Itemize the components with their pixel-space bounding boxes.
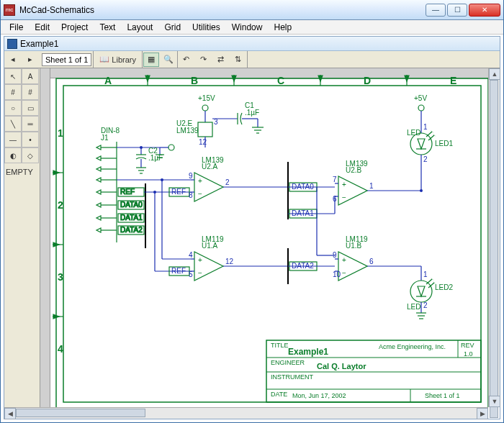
svg-marker-22 xyxy=(53,242,59,247)
document-window: Example1 ◂ ▸ Sheet 1 of 1 📖 Library ▦ 🔍 … xyxy=(4,36,500,419)
tool-flip-v[interactable]: ⇅ xyxy=(230,53,246,67)
svg-marker-20 xyxy=(53,170,59,175)
palette-junction[interactable]: • xyxy=(22,132,39,147)
svg-text:6: 6 xyxy=(333,195,337,203)
tool-rotate-ccw[interactable]: ↶ xyxy=(179,53,194,67)
scroll-left-button[interactable]: ◀ xyxy=(4,408,16,419)
menu-help[interactable]: Help xyxy=(268,21,297,34)
svg-text:LM139: LM139 xyxy=(202,156,224,164)
work-area: ↖A ## ○▭ ╲═ —• ◐◇ EMPTY A xyxy=(4,68,500,407)
component-led1: LED LED1 1 2 xyxy=(407,123,453,183)
menu-edit[interactable]: Edit xyxy=(29,21,55,34)
svg-point-90 xyxy=(168,145,174,150)
tool-rotate-cw[interactable]: ↷ xyxy=(196,53,212,67)
svg-marker-64 xyxy=(96,156,101,160)
svg-text:−: − xyxy=(342,269,346,277)
svg-marker-68 xyxy=(96,178,101,182)
svg-text:1: 1 xyxy=(423,123,428,131)
sheet-indicator[interactable]: Sheet 1 of 1 xyxy=(42,53,91,66)
svg-marker-12 xyxy=(318,76,323,81)
svg-marker-76 xyxy=(96,228,101,232)
svg-rect-28 xyxy=(198,122,212,137)
minimize-button[interactable]: — xyxy=(426,4,446,17)
scroll-up-button[interactable]: ▲ xyxy=(489,68,500,80)
tool-select[interactable]: ▦ xyxy=(143,53,159,67)
vertical-scrollbar[interactable]: ▲ ▼ xyxy=(488,68,500,407)
menu-project[interactable]: Project xyxy=(55,21,94,34)
svg-marker-70 xyxy=(96,190,101,194)
app-window: mc McCad-Schematics — ☐ ✕ File Edit Proj… xyxy=(0,0,504,423)
tool-zoom[interactable]: 🔍 xyxy=(161,53,176,67)
palette-grid2[interactable]: # xyxy=(22,84,39,100)
svg-text:LM139: LM139 xyxy=(346,160,368,168)
component-u1b: +− U1.B LM119 9 10 6 xyxy=(333,235,421,281)
menu-utilities[interactable]: Utilities xyxy=(186,21,226,34)
document-name: Example1 xyxy=(20,39,58,49)
component-j1: DIN-8 J1 xyxy=(96,127,120,242)
menu-file[interactable]: File xyxy=(4,21,29,34)
svg-text:INSTRUMENT: INSTRUMENT xyxy=(271,373,313,381)
component-u1a: +− U1.A LM119 4 5 12 xyxy=(189,235,288,281)
svg-text:1.0: 1.0 xyxy=(464,350,473,358)
palette-line[interactable]: ╲ xyxy=(4,116,22,132)
close-button[interactable]: ✕ xyxy=(469,4,500,17)
palette-text[interactable]: A xyxy=(22,68,39,84)
library-button[interactable]: 📖 Library xyxy=(94,53,141,67)
scroll-down-button[interactable]: ▼ xyxy=(489,396,500,407)
power-15v: +15V xyxy=(198,94,215,122)
palette-bus[interactable]: ═ xyxy=(22,116,39,132)
svg-text:2: 2 xyxy=(423,301,428,309)
palette-circle[interactable]: ○ xyxy=(4,100,22,116)
svg-text:9: 9 xyxy=(333,251,337,259)
palette-symbol[interactable]: ◐ xyxy=(4,147,22,163)
svg-marker-72 xyxy=(96,203,101,207)
hscroll-thumb[interactable] xyxy=(16,409,145,417)
tool-palette: ↖A ## ○▭ ╲═ —• ◐◇ EMPTY xyxy=(4,68,40,407)
horizontal-scrollbar[interactable]: ◀ ▶ xyxy=(4,407,488,419)
component-u2a: +− U2.A LM139 9 8 2 xyxy=(189,156,288,201)
palette-rect[interactable]: ▭ xyxy=(22,100,39,116)
tool-flip-h[interactable]: ⇄ xyxy=(213,53,229,67)
svg-text:+: + xyxy=(342,256,346,264)
menu-window[interactable]: Window xyxy=(226,21,269,34)
svg-text:+5V: +5V xyxy=(414,94,427,102)
svg-text:Acme Engineering, Inc.: Acme Engineering, Inc. xyxy=(379,343,446,350)
component-c1: C1 .1µF xyxy=(212,101,264,133)
app-icon: mc xyxy=(4,4,15,16)
component-u2e: U2.E LM139 3 12 xyxy=(176,118,218,147)
svg-text:LED1: LED1 xyxy=(435,140,453,147)
svg-text:B: B xyxy=(191,75,198,86)
component-c2: C2 .1µF xyxy=(117,145,174,173)
palette-grid[interactable]: # xyxy=(4,84,22,100)
svg-text:REF: REF xyxy=(120,188,135,196)
svg-marker-175 xyxy=(418,286,425,296)
palette-arrow[interactable]: ↖ xyxy=(4,68,22,84)
svg-point-139 xyxy=(420,189,423,192)
svg-text:LM119: LM119 xyxy=(202,235,224,243)
nav-prev-button[interactable]: ◂ xyxy=(5,53,21,67)
svg-text:ENGINEER: ENGINEER xyxy=(271,359,305,366)
menu-layout[interactable]: Layout xyxy=(121,21,158,34)
document-title-bar[interactable]: Example1 xyxy=(4,37,500,51)
title-block: TITLE Example1 Acme Engineering, Inc. RE… xyxy=(266,340,481,402)
svg-text:2: 2 xyxy=(225,178,230,186)
palette-hline[interactable]: — xyxy=(4,132,22,147)
svg-point-25 xyxy=(202,105,208,111)
ruler-vertical xyxy=(40,68,50,407)
svg-text:1: 1 xyxy=(369,182,374,190)
palette-port[interactable]: ◇ xyxy=(22,147,39,163)
vscroll-thumb[interactable] xyxy=(490,80,498,418)
maximize-button[interactable]: ☐ xyxy=(447,4,467,17)
svg-marker-14 xyxy=(405,76,409,81)
nav-next-button[interactable]: ▸ xyxy=(22,53,38,67)
menu-text[interactable]: Text xyxy=(94,21,121,34)
schematic-canvas[interactable]: A B C D E 1 2 xyxy=(40,68,500,407)
menu-grid[interactable]: Grid xyxy=(158,21,186,34)
scroll-right-button[interactable]: ▶ xyxy=(477,408,488,419)
svg-text:LM139: LM139 xyxy=(176,127,199,135)
svg-marker-8 xyxy=(145,76,150,81)
library-icon: 📖 xyxy=(99,55,109,64)
palette-empty-label: EMPTY xyxy=(4,163,40,181)
svg-text:LED: LED xyxy=(407,129,420,137)
svg-text:E: E xyxy=(450,75,456,86)
